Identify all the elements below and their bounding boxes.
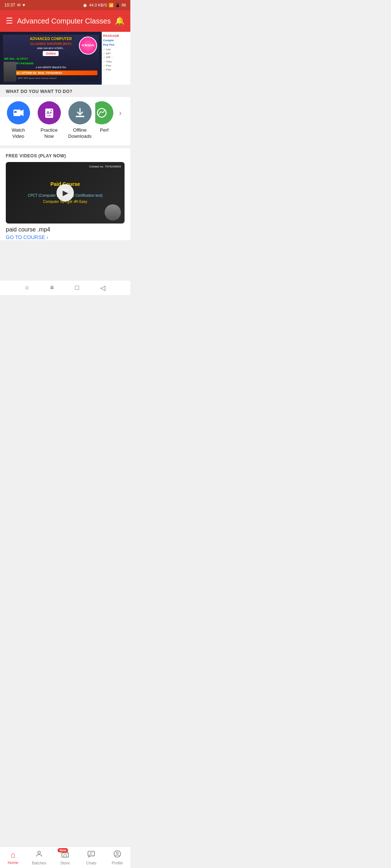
divider-1 <box>0 145 130 148</box>
svg-point-8 <box>38 851 40 854</box>
home-label: Home <box>8 860 18 865</box>
video-thumbnail[interactable]: Contact no. 7974249633 Paid Course For C… <box>6 162 125 224</box>
video-contact: Contact no. 7974249633 <box>89 165 121 168</box>
svg-rect-11 <box>88 851 94 856</box>
banner-courses-2: MP COURT PATWARI <box>4 62 97 65</box>
practice-now-label: PracticeNow <box>41 127 58 140</box>
nav-back-icon[interactable]: ◁ <box>100 284 105 292</box>
feature-prev: Prev <box>103 64 129 68</box>
nav-batches[interactable]: Batches <box>26 847 52 868</box>
action-offline-downloads[interactable]: OfflineDownloads <box>64 101 95 140</box>
watch-video-label: WatchVideo <box>12 127 25 140</box>
batches-icon <box>35 850 43 860</box>
hamburger-menu-icon[interactable]: ☰ <box>6 16 13 26</box>
banner-courses-1: MP ASI , SI CPCT <box>4 57 97 60</box>
new-batch-badge: नए बैच प्रारम्भ <box>79 37 97 55</box>
practice-now-icon: A+ <box>38 101 61 124</box>
svg-text:A+: A+ <box>46 110 52 115</box>
actions-row: WatchVideo A+ PracticeNow <box>0 97 130 145</box>
play-button[interactable]: ▶ <box>56 184 74 201</box>
action-watch-video[interactable]: WatchVideo <box>3 101 34 140</box>
header: ☰ Advanced Computer Classes 🔔 <box>0 10 130 32</box>
battery: 88 <box>122 3 126 7</box>
banner-left: ADVANCED COMPUTER CLASSES SHIVPURI (M.P.… <box>0 32 102 85</box>
banner-online-badge: Online <box>43 51 59 56</box>
heart-icon: ♥ <box>22 3 25 8</box>
nav-square-icon[interactable]: □ <box>75 284 79 292</box>
offline-downloads-label: OfflineDownloads <box>68 127 91 140</box>
status-bar: 10:37 ✉ ♥ ⏰ 44.0 KB/S 📶 📱 88 <box>0 0 130 10</box>
performance-icon <box>95 101 113 124</box>
watch-video-icon <box>7 101 30 124</box>
action-practice-now[interactable]: A+ PracticeNow <box>34 101 64 140</box>
svg-point-7 <box>97 109 106 117</box>
signal-icon: 📱 <box>115 3 120 8</box>
feature-theory: Theo <box>103 60 129 64</box>
feature-live: Live <box>103 47 129 51</box>
banner-person-image <box>4 62 16 82</box>
system-nav-bar: ○ ≡ □ ◁ <box>0 281 130 295</box>
banner-image: ADVANCED COMPUTER CLASSES SHIVPURI (M.P.… <box>3 35 99 82</box>
video-camera-svg <box>13 107 24 119</box>
banner-more-text: व अन्य प्रतियोगी परीक्षाओं के लिए <box>4 66 97 69</box>
store-label: Store <box>60 861 70 865</box>
svg-rect-6 <box>76 116 84 117</box>
complete-label: Comple <box>103 39 129 42</box>
svg-marker-1 <box>21 110 24 116</box>
banner-director: :-Director:- UTTAM Sir Mob. 7974249633 <box>4 71 97 75</box>
feature-pdf: pdf i <box>103 51 129 55</box>
what-to-do-label: WHAT DO YOU WANT TO DO? <box>0 85 130 97</box>
banner-address: पता- डॉ. एम. डी. गुप्ता के सामने rajpoot… <box>4 77 97 80</box>
chats-icon <box>87 850 95 860</box>
batches-svg <box>35 850 43 858</box>
profile-svg <box>113 850 121 858</box>
svg-rect-9 <box>62 853 68 857</box>
time: 10:37 <box>4 3 15 8</box>
svg-point-15 <box>116 852 118 854</box>
profile-icon <box>113 850 121 860</box>
action-performance[interactable]: Perf <box>95 101 113 133</box>
wifi-icon: 📶 <box>109 3 114 8</box>
notification-bell-icon[interactable]: 🔔 <box>115 16 125 26</box>
chats-svg <box>87 850 95 858</box>
banner-right: PACKAGE Comple Key Fea Live pdf i सभी ◌ … <box>102 32 130 85</box>
main-content: ADVANCED COMPUTER CLASSES SHIVPURI (M.P.… <box>0 32 130 281</box>
nav-profile[interactable]: Profile <box>104 847 130 868</box>
go-to-course-link[interactable]: GO TO COURSE › <box>6 234 125 240</box>
chats-label: Chats <box>86 861 97 865</box>
performance-label: Perf <box>100 127 109 133</box>
features-list: Live pdf i सभी ◌ Theo Prev Prac <box>103 47 129 72</box>
package-label: PACKAGE <box>103 34 129 38</box>
chevron-right-icon: › <box>46 234 48 240</box>
feature-practice: Prac <box>103 68 129 72</box>
performance-svg <box>96 107 108 119</box>
nav-lines-icon[interactable]: ≡ <box>50 284 54 292</box>
video-card: Contact no. 7974249633 Paid Course For C… <box>6 162 125 240</box>
msg-icon: ✉ <box>17 3 21 8</box>
profile-label: Profile <box>112 861 123 865</box>
download-svg <box>74 107 86 119</box>
practice-svg: A+ <box>43 107 55 119</box>
status-left: 10:37 ✉ ♥ <box>4 3 25 8</box>
video-presenter-avatar <box>105 204 121 221</box>
svg-rect-10 <box>64 854 66 857</box>
banner-section: ADVANCED COMPUTER CLASSES SHIVPURI (M.P.… <box>0 32 130 85</box>
free-videos-section: FREE VIDEOS (PLAY NOW) Contact no. 79742… <box>0 148 130 240</box>
offline-downloads-icon <box>68 101 92 124</box>
free-videos-label: FREE VIDEOS (PLAY NOW) <box>0 148 130 162</box>
nav-store[interactable]: New Store <box>52 847 78 868</box>
video-title: paid course .mp4 <box>6 226 125 233</box>
alarm-icon: ⏰ <box>83 3 88 8</box>
store-new-badge: New <box>58 848 68 852</box>
status-right: ⏰ 44.0 KB/S 📶 📱 88 <box>83 3 126 8</box>
nav-chats[interactable]: Chats <box>78 847 104 868</box>
home-icon: ⌂ <box>10 850 15 860</box>
nav-circle-icon[interactable]: ○ <box>25 284 29 292</box>
key-features-label: Key Fea <box>103 43 129 46</box>
actions-scroll-arrow[interactable]: › <box>113 101 127 118</box>
network-speed: 44.0 KB/S <box>89 3 107 7</box>
app-title: Advanced Computer Classes <box>13 17 115 25</box>
feature-sabhi: सभी ◌ <box>103 55 129 59</box>
svg-rect-2 <box>14 111 17 113</box>
nav-home[interactable]: ⌂ Home <box>0 847 26 868</box>
